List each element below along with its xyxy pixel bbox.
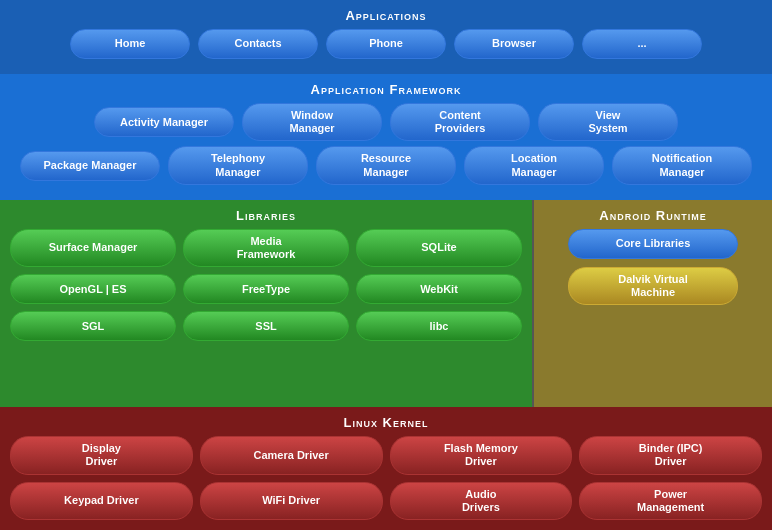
framework-layer: Application Framework Activity Manager W… (0, 74, 772, 200)
location-manager-button[interactable]: LocationManager (464, 146, 604, 184)
camera-driver-button[interactable]: Camera Driver (200, 436, 383, 474)
ssl-button[interactable]: SSL (183, 311, 349, 341)
flash-memory-driver-button[interactable]: Flash MemoryDriver (390, 436, 573, 474)
kernel-grid: DisplayDriver Camera Driver Flash Memory… (10, 436, 762, 520)
middle-section: Libraries Surface Manager MediaFramework… (0, 200, 772, 408)
kernel-layer: Linux Kernel DisplayDriver Camera Driver… (0, 407, 772, 530)
libraries-layer: Libraries Surface Manager MediaFramework… (0, 200, 532, 408)
android-runtime-title: Android Runtime (599, 208, 706, 223)
webkit-button[interactable]: WebKit (356, 274, 522, 304)
media-framework-button[interactable]: MediaFramework (183, 229, 349, 267)
wifi-driver-button[interactable]: WiFi Driver (200, 482, 383, 520)
app-phone-button[interactable]: Phone (326, 29, 446, 59)
package-manager-button[interactable]: Package Manager (20, 151, 160, 181)
app-contacts-button[interactable]: Contacts (198, 29, 318, 59)
freetype-button[interactable]: FreeType (183, 274, 349, 304)
view-system-button[interactable]: ViewSystem (538, 103, 678, 141)
core-libraries-button[interactable]: Core Libraries (568, 229, 738, 259)
resource-manager-button[interactable]: ResourceManager (316, 146, 456, 184)
framework-row2: Package Manager TelephonyManager Resourc… (10, 146, 762, 184)
app-home-button[interactable]: Home (70, 29, 190, 59)
applications-layer: Applications Home Contacts Phone Browser… (0, 0, 772, 74)
app-more-button[interactable]: ... (582, 29, 702, 59)
opengl-es-button[interactable]: OpenGL | ES (10, 274, 176, 304)
framework-title: Application Framework (311, 82, 462, 97)
libraries-title: Libraries (236, 208, 296, 223)
framework-row1: Activity Manager WindowManager ContentPr… (10, 103, 762, 141)
content-providers-button[interactable]: ContentProviders (390, 103, 530, 141)
notification-manager-button[interactable]: NotificationManager (612, 146, 752, 184)
sqlite-button[interactable]: SQLite (356, 229, 522, 267)
surface-manager-button[interactable]: Surface Manager (10, 229, 176, 267)
libc-button[interactable]: libc (356, 311, 522, 341)
android-runtime-layer: Android Runtime Core Libraries Dalvik Vi… (532, 200, 772, 408)
sgl-button[interactable]: SGL (10, 311, 176, 341)
android-runtime-buttons: Core Libraries Dalvik VirtualMachine (544, 229, 762, 305)
activity-manager-button[interactable]: Activity Manager (94, 107, 234, 137)
kernel-title: Linux Kernel (344, 415, 429, 430)
audio-drivers-button[interactable]: AudioDrivers (390, 482, 573, 520)
display-driver-button[interactable]: DisplayDriver (10, 436, 193, 474)
power-management-button[interactable]: PowerManagement (579, 482, 762, 520)
window-manager-button[interactable]: WindowManager (242, 103, 382, 141)
binder-ipc-driver-button[interactable]: Binder (IPC)Driver (579, 436, 762, 474)
applications-title: Applications (345, 8, 426, 23)
keypad-driver-button[interactable]: Keypad Driver (10, 482, 193, 520)
applications-buttons: Home Contacts Phone Browser ... (10, 29, 762, 59)
libraries-grid: Surface Manager MediaFramework SQLite Op… (10, 229, 522, 341)
dalvik-vm-button[interactable]: Dalvik VirtualMachine (568, 267, 738, 305)
telephony-manager-button[interactable]: TelephonyManager (168, 146, 308, 184)
app-browser-button[interactable]: Browser (454, 29, 574, 59)
